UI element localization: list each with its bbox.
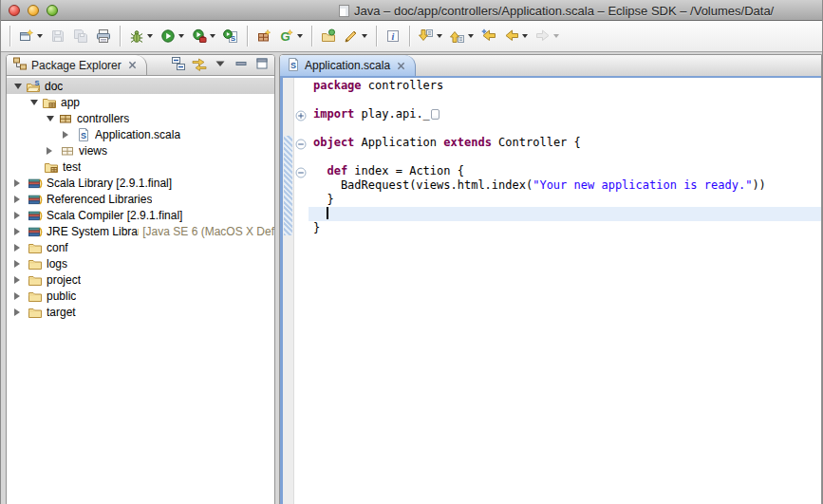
tree-item-views[interactable]: views [7, 142, 274, 159]
tree-item-decorator: [Java SE 6 (MacOS X Def [142, 225, 274, 238]
disclosure-expanded-icon[interactable] [30, 100, 38, 105]
disclosure-collapsed-icon[interactable] [14, 308, 20, 316]
code-line-9[interactable]: } [309, 193, 821, 207]
previous-annotation-button[interactable] [446, 26, 477, 47]
folder-icon [28, 289, 43, 304]
disclosure-collapsed-icon[interactable] [47, 147, 52, 155]
tree-item-project[interactable]: project [7, 271, 274, 288]
dropdown-arrow-icon[interactable] [297, 34, 303, 38]
collapsed-code-icon[interactable] [431, 109, 440, 120]
toolbar-separator [9, 26, 10, 47]
disclosure-collapsed-icon[interactable] [14, 276, 20, 284]
disclosure-collapsed-icon[interactable] [14, 196, 20, 203]
view-menu-button[interactable] [212, 55, 229, 76]
dropdown-arrow-icon[interactable] [522, 34, 528, 38]
code-line-3[interactable]: import play.api._ [309, 107, 821, 121]
annotation-ruler[interactable] [283, 78, 294, 504]
package-explorer-tab[interactable]: Package Explorer [7, 55, 147, 75]
tree-item-target[interactable]: target [7, 304, 274, 320]
disclosure-expanded-icon[interactable] [14, 84, 22, 89]
tree-item-controllers[interactable]: controllers [7, 110, 274, 126]
new-wizard-button[interactable] [15, 26, 47, 47]
code-token: extends [443, 136, 492, 149]
maximize-button[interactable] [253, 55, 271, 76]
code-line-6[interactable] [309, 150, 821, 164]
close-window-button[interactable] [9, 5, 20, 16]
tree-item-conf[interactable]: conf [7, 239, 274, 255]
dropdown-arrow-icon[interactable] [468, 34, 474, 38]
dropdown-arrow-icon[interactable] [178, 34, 184, 38]
tree-item-app[interactable]: app [7, 94, 274, 110]
tree-item-referenced-libraries[interactable]: Referenced Libraries [7, 191, 274, 207]
tree-item-label: logs [47, 257, 67, 271]
info-toggle-button[interactable]: i [382, 26, 404, 47]
tree-item-scala-compiler-2-9-1-final[interactable]: Scala Compiler [2.9.1.final] [7, 207, 274, 223]
toolbar-separator [409, 26, 410, 47]
tree-item-label: public [47, 289, 76, 303]
minimize-button[interactable] [233, 55, 250, 76]
dropdown-arrow-icon[interactable] [37, 34, 43, 38]
dropdown-arrow-icon[interactable] [210, 34, 215, 38]
code-line-10[interactable] [309, 207, 821, 221]
next-annotation-button[interactable] [415, 26, 446, 47]
disclosure-collapsed-icon[interactable] [14, 260, 20, 268]
code-line-4[interactable] [309, 121, 821, 136]
last-edit-location-button[interactable] [477, 26, 500, 47]
tree-item-logs[interactable]: logs [7, 255, 274, 271]
fold-minus-icon[interactable] [295, 165, 307, 177]
code-line-8[interactable]: BadRequest(views.html.index("Your new ap… [309, 178, 821, 193]
code-line-2[interactable] [309, 93, 821, 107]
dropdown-arrow-icon[interactable] [553, 34, 559, 38]
tree-item-doc[interactable]: Sdoc [7, 78, 274, 94]
tree-item-scala-library-2-9-1-final[interactable]: Scala Library [2.9.1.final] [7, 175, 274, 191]
maximize-icon [254, 56, 270, 75]
new-class-button[interactable]: G [275, 26, 307, 47]
mark-occurrences-button[interactable] [340, 26, 371, 47]
dropdown-arrow-icon[interactable] [147, 34, 153, 38]
zoom-window-button[interactable] [47, 5, 58, 16]
editor-tab-application-scala[interactable]: S Application.scala [280, 55, 416, 76]
fold-plus-icon[interactable] [295, 108, 307, 120]
open-resource-button[interactable] [317, 26, 340, 47]
tree-item-label: controllers [77, 112, 129, 125]
disclosure-expanded-icon[interactable] [47, 116, 54, 121]
fold-minus-icon[interactable] [295, 137, 307, 148]
package-explorer-tab-label: Package Explorer [31, 59, 122, 72]
tree-item-label: target [47, 306, 76, 319]
tree-item-application-scala[interactable]: SApplication.scala [7, 126, 274, 142]
code-line-7[interactable]: def index = Action { [309, 164, 821, 178]
run-scala-button[interactable]: S [219, 26, 242, 47]
new-package-icon [256, 28, 271, 44]
last-edit-location-icon [481, 28, 496, 44]
minimize-window-button[interactable] [28, 5, 39, 16]
tree-item-label: app [61, 96, 80, 109]
close-view-icon[interactable] [128, 61, 137, 69]
disclosure-collapsed-icon[interactable] [63, 131, 68, 139]
disclosure-collapsed-icon[interactable] [14, 244, 20, 252]
code-area[interactable]: package controllersimport play.api._obje… [309, 78, 821, 504]
disclosure-collapsed-icon[interactable] [14, 212, 20, 219]
dropdown-arrow-icon[interactable] [437, 34, 442, 38]
disclosure-collapsed-icon[interactable] [14, 228, 20, 235]
back-button[interactable] [500, 26, 532, 47]
link-with-editor-button[interactable] [191, 55, 208, 76]
debug-button[interactable] [125, 26, 157, 47]
disclosure-collapsed-icon[interactable] [14, 292, 20, 300]
run-button[interactable] [157, 26, 188, 47]
tree-item-public[interactable]: public [7, 288, 274, 304]
close-editor-icon[interactable] [397, 62, 405, 70]
tree-item-jre-system-library[interactable]: JRE System Library[Java SE 6 (MacOS X De… [7, 223, 274, 239]
folder-icon [28, 240, 43, 255]
code-line-1[interactable]: package controllers [309, 79, 821, 93]
folding-ruler[interactable] [294, 78, 309, 504]
run-external-button[interactable] [188, 26, 219, 47]
disclosure-collapsed-icon[interactable] [14, 179, 20, 187]
view-menu-icon [213, 56, 228, 75]
tree-item-test[interactable]: test [7, 159, 274, 175]
new-package-button[interactable] [253, 26, 275, 47]
print-button[interactable] [92, 26, 115, 47]
dropdown-arrow-icon[interactable] [362, 34, 367, 38]
collapse-all-button[interactable] [170, 55, 187, 76]
code-line-5[interactable]: object Application extends Controller { [309, 136, 821, 150]
code-line-11[interactable]: } [309, 221, 821, 235]
